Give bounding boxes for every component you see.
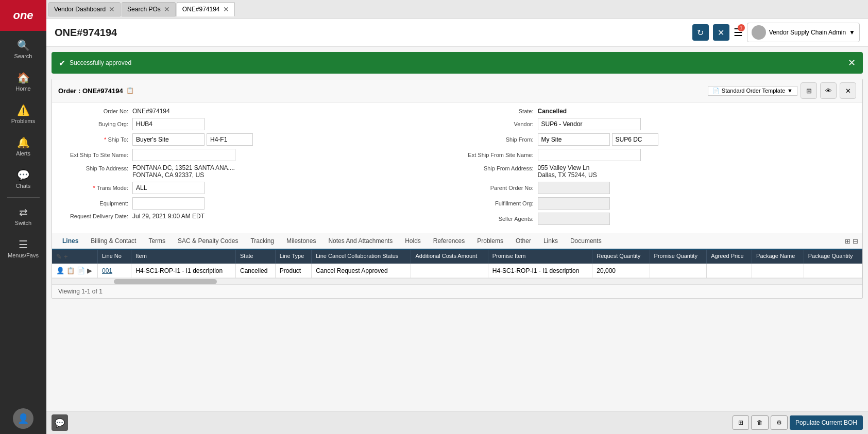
tab-billing[interactable]: Billing & Contact bbox=[84, 233, 142, 250]
ship-to-input[interactable] bbox=[132, 133, 205, 146]
col-line-type: Line Type bbox=[275, 250, 311, 264]
tab-close-order[interactable]: ✕ bbox=[223, 5, 229, 13]
row-person-icon[interactable]: 👤 bbox=[56, 267, 64, 274]
parent-order-row: Parent Order No: bbox=[466, 182, 855, 194]
sidebar-item-search[interactable]: 🔍 Search bbox=[0, 33, 46, 65]
template-dropdown-icon: ▼ bbox=[787, 88, 793, 94]
lines-table-container: ✎ + Line No Item State Line Type Line Ca… bbox=[52, 250, 862, 278]
tab-documents[interactable]: Documents bbox=[564, 233, 608, 250]
collapse-button[interactable]: ✕ bbox=[840, 82, 856, 99]
dropdown-arrow-icon: ▼ bbox=[849, 29, 855, 36]
line-no-link[interactable]: 001 bbox=[102, 267, 112, 274]
col-line-cancel: Line Cancel Collaboration Status bbox=[312, 250, 411, 264]
bottom-toolbar: 💬 ⊞ 🗑 ⚙ Populate Current BOH bbox=[46, 411, 868, 434]
form-right-col: State: Cancelled Vendor: Ship From: Ext … bbox=[457, 108, 863, 228]
viewing-label: Viewing 1-1 of 1 bbox=[58, 288, 103, 295]
tab-references[interactable]: References bbox=[427, 233, 471, 250]
copy-icon-button[interactable]: ⊞ bbox=[801, 82, 817, 99]
notification-badge: 1 bbox=[738, 24, 745, 31]
tab-search-pos[interactable]: Search POs ✕ bbox=[122, 2, 176, 16]
tab-other[interactable]: Other bbox=[509, 233, 537, 250]
sidebar-item-problems[interactable]: ⚠️ Problems bbox=[0, 98, 46, 130]
populate-boh-button[interactable]: Populate Current BOH bbox=[790, 415, 863, 430]
ext-ship-from-input[interactable] bbox=[538, 149, 641, 161]
cell-line-cancel: Cancel Request Approved bbox=[312, 264, 411, 278]
ship-from-input[interactable] bbox=[538, 133, 610, 146]
tab-milestones[interactable]: Milestones bbox=[280, 233, 322, 250]
tab-order[interactable]: ONE#974194 ✕ bbox=[177, 2, 235, 16]
sidebar-item-menus[interactable]: ☰ Menus/Favs bbox=[0, 232, 46, 265]
banner-close-button[interactable]: ✕ bbox=[848, 57, 856, 68]
tab-close-search[interactable]: ✕ bbox=[164, 5, 170, 13]
success-message: Successfully approved bbox=[70, 59, 131, 66]
sidebar-label-home: Home bbox=[15, 85, 30, 92]
parent-order-input[interactable] bbox=[538, 182, 610, 194]
cell-item: H4-SC1-ROP-I1 - I1 description bbox=[131, 264, 236, 278]
menu-button[interactable]: ☰ 1 bbox=[734, 26, 743, 39]
page-title: ONE#974194 bbox=[55, 27, 692, 39]
sidebar-item-alerts[interactable]: 🔔 Alerts bbox=[0, 130, 46, 163]
order-no-value: ONE#974194 bbox=[132, 108, 170, 115]
ship-to-address-label: Ship To Address: bbox=[60, 164, 132, 171]
tab-lines[interactable]: Lines bbox=[56, 233, 84, 250]
request-delivery-row: Request Delivery Date: Jul 29, 2021 9:00… bbox=[60, 213, 449, 220]
ext-ship-from-label: Ext Ship From Site Name: bbox=[466, 152, 538, 158]
equipment-input[interactable] bbox=[132, 197, 205, 210]
trans-mode-input[interactable] bbox=[132, 182, 205, 194]
tab-sac[interactable]: SAC & Penalty Codes bbox=[172, 233, 244, 250]
fulfillment-input[interactable] bbox=[538, 197, 610, 210]
ship-from-row: Ship From: bbox=[466, 133, 855, 146]
delete-action-button[interactable]: 🗑 bbox=[751, 415, 769, 430]
row-copy-icon[interactable]: 📋 bbox=[66, 267, 75, 274]
tab-notes[interactable]: Notes And Attachments bbox=[322, 233, 399, 250]
sidebar-item-chats[interactable]: 💬 Chats bbox=[0, 163, 46, 195]
cell-add-costs bbox=[411, 264, 488, 278]
copy-action-button[interactable]: ⊞ bbox=[733, 415, 749, 430]
page-header: ONE#974194 ↻ ✕ ☰ 1 Vendor Supply Chain A… bbox=[46, 19, 868, 47]
chat-button[interactable]: 💬 bbox=[52, 414, 68, 431]
ship-from-dc-input[interactable] bbox=[612, 133, 658, 146]
col-add-costs: Additional Costs Amount bbox=[411, 250, 488, 264]
col-promise-qty: Promise Quantity bbox=[650, 250, 707, 264]
ship-to-code-input[interactable] bbox=[207, 133, 253, 146]
tab-links[interactable]: Links bbox=[537, 233, 564, 250]
table-collapse-icon[interactable]: ⊟ bbox=[853, 237, 858, 245]
col-actions: ✎ + bbox=[52, 250, 98, 264]
tab-holds[interactable]: Holds bbox=[399, 233, 427, 250]
table-expand-icon[interactable]: ⊞ bbox=[845, 237, 850, 245]
ship-to-address-row: Ship To Address: FONTANA DC, 13521 SANTA… bbox=[60, 164, 449, 179]
tab-terms[interactable]: Terms bbox=[142, 233, 172, 250]
user-avatar-sidebar[interactable]: 👤 bbox=[13, 408, 33, 429]
template-button[interactable]: 📄 Standard Order Template ▼ bbox=[708, 86, 797, 96]
close-button[interactable]: ✕ bbox=[713, 24, 729, 41]
sidebar-item-switch[interactable]: ⇄ Switch bbox=[0, 200, 46, 232]
user-dropdown[interactable]: Vendor Supply Chain Admin ▼ bbox=[747, 23, 860, 42]
switch-icon: ⇄ bbox=[19, 206, 28, 218]
tab-vendor-dashboard[interactable]: Vendor Dashboard ✕ bbox=[48, 2, 121, 16]
horizontal-scrollbar[interactable] bbox=[52, 278, 862, 284]
settings-action-button[interactable]: ⚙ bbox=[771, 415, 788, 430]
trans-mode-label: Trans Mode: bbox=[60, 185, 132, 191]
buying-org-input[interactable] bbox=[132, 118, 205, 130]
tab-tracking[interactable]: Tracking bbox=[244, 233, 280, 250]
ext-ship-to-label: Ext Ship To Site Name: bbox=[60, 152, 132, 158]
app-logo[interactable]: one bbox=[0, 0, 46, 31]
ext-ship-to-input[interactable] bbox=[132, 149, 235, 161]
scroll-thumb[interactable] bbox=[114, 279, 217, 284]
header-add-icon[interactable]: + bbox=[64, 253, 68, 261]
menus-icon: ☰ bbox=[19, 238, 28, 251]
view-icon-button[interactable]: 👁 bbox=[820, 82, 837, 99]
seller-agents-input[interactable] bbox=[538, 213, 610, 225]
col-line-no: Line No bbox=[98, 250, 131, 264]
sidebar-item-home[interactable]: 🏠 Home bbox=[0, 65, 46, 98]
copy-order-icon[interactable]: 📋 bbox=[126, 87, 134, 94]
row-doc-icon[interactable]: 📄 bbox=[77, 267, 85, 274]
tab-problems[interactable]: Problems bbox=[471, 233, 509, 250]
header-edit-icon[interactable]: ✎ bbox=[56, 253, 62, 261]
refresh-button[interactable]: ↻ bbox=[692, 24, 709, 41]
order-header-actions: 📄 Standard Order Template ▼ ⊞ 👁 ✕ bbox=[708, 82, 856, 99]
vendor-input[interactable] bbox=[538, 118, 641, 130]
tab-close-vendor[interactable]: ✕ bbox=[109, 5, 115, 13]
buying-org-label: Buying Org: bbox=[60, 121, 132, 127]
row-arrow-icon[interactable]: ▶ bbox=[87, 267, 92, 274]
